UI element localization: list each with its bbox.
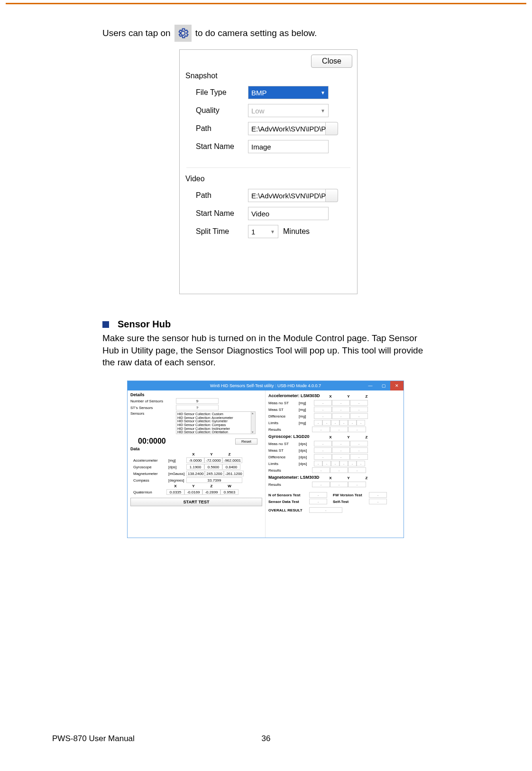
video-group: Video Path E:\AdvWork\SVN\IPD\P Start Na…: [180, 173, 357, 248]
cell: -: [314, 420, 322, 426]
axis-x: X: [321, 435, 339, 439]
list-item: HID Sensor Collection: Gyrometer: [177, 419, 254, 423]
gyro-label: Gyroscope: [133, 465, 166, 469]
cell: -: [369, 492, 387, 498]
video-path-input[interactable]: E:\AdvWork\SVN\IPD\P: [248, 189, 326, 202]
axis-x: X: [166, 484, 184, 488]
cell: -: [330, 427, 348, 432]
file-type-label: File Type: [196, 88, 248, 97]
cell: -: [314, 447, 332, 453]
close-button[interactable]: Close: [311, 55, 352, 68]
quat-z: -0.2899: [202, 489, 220, 495]
row-unit: [dps]: [299, 455, 314, 459]
cell: -: [332, 407, 350, 412]
axis-y: Y: [202, 452, 220, 456]
reset-button[interactable]: Reset: [235, 438, 257, 445]
start-test-button[interactable]: START TEST: [130, 498, 262, 506]
sts-sensors-label: ST's Sensors: [130, 406, 176, 410]
video-path-label: Path: [196, 191, 248, 200]
row-label: Meas no ST: [268, 442, 297, 446]
section-body: Make sure the sensor hub is turned on in…: [102, 332, 429, 369]
axis-x: X: [321, 476, 339, 480]
axis-y: Y: [184, 484, 202, 488]
data-head: Data: [130, 446, 262, 451]
cell: -: [314, 400, 332, 406]
cell: -: [357, 461, 365, 466]
num-sensors-value: 9: [176, 398, 219, 404]
axis-x: X: [184, 452, 202, 456]
row-unit: [mg]: [299, 421, 314, 425]
cell: -: [350, 413, 368, 419]
fw-version-test-label: FW Version Test: [333, 493, 369, 497]
quat-y: -0.0169: [184, 489, 202, 495]
row-label: Meas ST: [268, 448, 297, 453]
accel-y: -72.0000: [204, 457, 222, 463]
axis-w: W: [220, 484, 238, 488]
intro-line: Users can tap on to do camera setting as…: [102, 25, 317, 42]
page-footer: PWS-870 User Manual 36: [52, 734, 480, 743]
cell: -: [348, 482, 366, 487]
cell: -: [348, 467, 366, 473]
sensors-listbox[interactable]: HID Sensor Collection: Custom HID Sensor…: [176, 411, 256, 434]
cell: -: [357, 420, 365, 426]
cell: -: [314, 407, 332, 412]
row-unit: [mg]: [299, 408, 314, 412]
split-time-value: 1: [251, 228, 255, 236]
sensor-right-panel: Accelerometer: LSM303D X Y Z Meas no ST[…: [266, 390, 404, 538]
self-test-label: Self-Test: [333, 500, 369, 504]
quality-label: Quality: [196, 106, 248, 115]
scrollbar[interactable]: [251, 412, 255, 434]
video-startname-input[interactable]: Video: [248, 207, 329, 220]
file-type-select[interactable]: BMP ▼: [248, 86, 329, 99]
cell: -: [348, 427, 366, 432]
sensor-data-test-label: Sensor Data Test: [268, 500, 309, 504]
snapshot-group: Snapshot File Type BMP ▼ Quality Low ▼ P…: [180, 70, 357, 163]
split-time-select[interactable]: 1 ▼: [248, 225, 278, 238]
close-button[interactable]: ✕: [390, 381, 404, 390]
gear-icon: [174, 25, 192, 42]
cell: -: [309, 499, 327, 504]
cell: -: [348, 461, 357, 466]
cell: -: [330, 482, 348, 487]
maximize-button[interactable]: ▢: [377, 381, 390, 390]
section-title: Sensor Hub: [118, 319, 171, 330]
snapshot-startname-input[interactable]: Image: [248, 140, 329, 153]
snapshot-path-label: Path: [196, 124, 248, 133]
cell: -: [350, 407, 368, 412]
snapshot-path-input[interactable]: E:\AdvWork\SVN\IPD\P: [248, 122, 326, 135]
details-head: Details: [130, 392, 262, 397]
chevron-down-icon: ▼: [321, 90, 325, 95]
intro-before: Users can tap on: [102, 27, 171, 39]
quality-select[interactable]: Low ▼: [248, 104, 329, 117]
cell: -: [314, 454, 332, 460]
sensor-left-panel: Details Number of Sensors 9 ST's Sensors…: [128, 390, 266, 538]
minimize-button[interactable]: —: [364, 381, 377, 390]
video-path-browse-button[interactable]: [326, 189, 338, 202]
list-item: HID Sensor Collection: Accelerometer: [177, 416, 254, 420]
video-title: Video: [185, 174, 351, 186]
row-label: Meas no ST: [268, 401, 297, 405]
magn-unit: [mGauss]: [168, 472, 186, 476]
row-label: Difference: [268, 414, 297, 418]
snapshot-startname-label: Start Name: [196, 142, 248, 151]
divider: [186, 167, 350, 168]
gyro-unit: [dps]: [168, 465, 186, 469]
cell: -: [314, 441, 332, 446]
cell: -: [332, 441, 350, 446]
top-rule: [6, 3, 526, 4]
accel-z: -962.0001: [222, 457, 242, 463]
intro-after: to do camera setting as below.: [195, 27, 317, 39]
timer-value: 00:0000: [130, 437, 166, 446]
sts-sensors-value: ?: [176, 405, 219, 410]
snapshot-path-browse-button[interactable]: [326, 122, 338, 135]
row-unit: [mg]: [299, 401, 314, 405]
axis-x: X: [321, 394, 339, 399]
cell: -: [312, 427, 330, 432]
cell: -: [350, 441, 368, 446]
axis-y: Y: [339, 435, 358, 439]
gyro-y: 0.5600: [204, 464, 222, 470]
accel-block-title: Accelerometer: LSM303D: [268, 393, 321, 398]
quat-w: 0.9563: [220, 489, 238, 495]
axis-z: Z: [220, 452, 238, 456]
row-label: Meas ST: [268, 408, 297, 412]
